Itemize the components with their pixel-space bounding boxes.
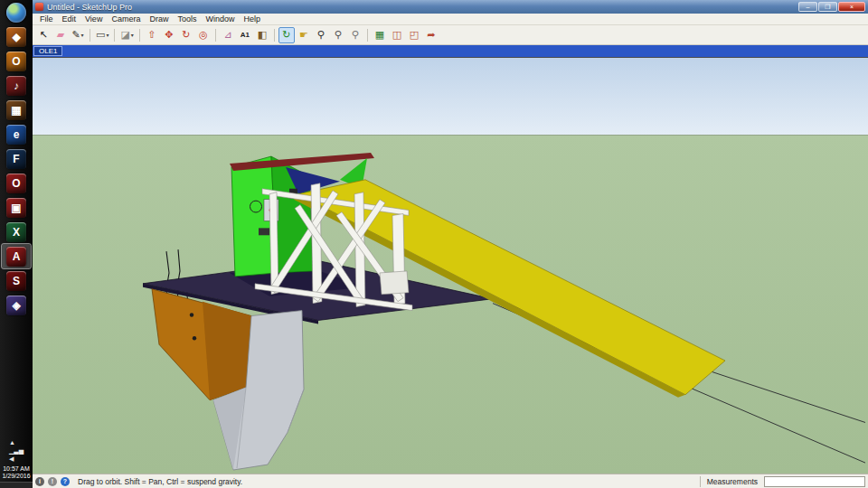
menu-view[interactable]: View: [80, 14, 107, 23]
menu-draw[interactable]: Draw: [145, 14, 173, 23]
sandbox-tool-icon: ◪: [120, 30, 129, 40]
move-tool[interactable]: ✥: [161, 27, 177, 43]
status-hint: Drag to orbit. Shift = Pan, Ctrl = suspe…: [78, 477, 242, 486]
tape-measure-tool-icon: ⊿: [223, 30, 231, 40]
shadows-tool[interactable]: ◫: [389, 27, 405, 43]
measurements-input[interactable]: [764, 476, 865, 487]
toolbar-separator: [215, 29, 216, 42]
flash-icon[interactable]: S: [2, 268, 31, 293]
ole-tab-label: OLE1: [33, 46, 62, 56]
sketchup-app-icon: [35, 3, 43, 11]
maximize-button[interactable]: ❐: [818, 2, 837, 12]
send-to-layout-tool-icon: ➦: [427, 30, 435, 40]
taskbar-clock[interactable]: 10:57 AM 1/29/2016: [2, 465, 30, 480]
zoom-window-tool[interactable]: ⚲: [330, 27, 346, 43]
offset-tool[interactable]: ◎: [195, 27, 212, 43]
pan-tool[interactable]: ☛: [296, 27, 312, 43]
excel-icon[interactable]: X: [2, 220, 31, 244]
select-tool[interactable]: ↖: [35, 27, 52, 43]
sketchup-window: Untitled - SketchUp Pro –❐× FileEditView…: [33, 0, 868, 488]
zoom-window-tool-icon: ⚲: [335, 30, 342, 40]
send-to-layout-tool[interactable]: ➦: [423, 27, 439, 43]
tape-measure-tool[interactable]: ⊿: [220, 27, 236, 43]
clock-date: 1/29/2016: [2, 473, 30, 480]
minimize-button[interactable]: –: [798, 2, 817, 12]
toolbar-separator: [114, 29, 115, 42]
toolbar: ↖▰✎▾▭▾◪▾⇧✥↻◎⊿A1◧↻☛⚲⚲⚲▦◫◰➦: [33, 25, 868, 45]
close-button[interactable]: ×: [838, 2, 865, 12]
show-desktop-button[interactable]: [0, 482, 33, 488]
orbit-tool-icon: ↻: [282, 30, 290, 40]
line-tool[interactable]: ✎▾: [70, 27, 86, 43]
paint-bucket-tool-icon: ◧: [258, 30, 267, 40]
eraser-tool[interactable]: ▰: [52, 27, 69, 43]
menu-window[interactable]: Window: [201, 14, 239, 23]
adobe-icon[interactable]: ▣: [2, 195, 31, 220]
select-tool-icon: ↖: [39, 30, 47, 40]
firefox-icon[interactable]: F: [2, 146, 31, 171]
toolbar-separator: [90, 29, 90, 42]
app-icon-4-glyph: ▦: [6, 100, 26, 120]
status-bar: i!? Drag to orbit. Shift = Pan, Ctrl = s…: [33, 474, 868, 488]
menu-bar: FileEditViewCameraDrawToolsWindowHelp: [33, 14, 868, 25]
paint-bucket-tool[interactable]: ◧: [254, 27, 270, 43]
model-info-icon[interactable]: i: [35, 477, 44, 486]
zoom-extents-tool[interactable]: ⚲: [347, 27, 363, 43]
rotate-tool[interactable]: ↻: [178, 27, 194, 43]
views-tool[interactable]: ▦: [372, 27, 388, 43]
menu-help[interactable]: Help: [239, 14, 265, 23]
zoom-extents-tool-icon: ⚲: [352, 30, 359, 40]
shadows-tool-icon: ◫: [392, 30, 401, 40]
taskbar-apps: ◆O♪▦eFO▣XAS◈: [2, 24, 31, 317]
title-bar[interactable]: Untitled - SketchUp Pro –❐×: [33, 0, 868, 14]
eraser-tool-icon: ▰: [57, 30, 64, 40]
pushpull-tool[interactable]: ⇧: [144, 27, 160, 43]
start-button[interactable]: [6, 3, 26, 23]
menu-tools[interactable]: Tools: [173, 14, 201, 23]
sandbox-tool[interactable]: ◪▾: [118, 27, 135, 43]
opera-icon-glyph: O: [6, 174, 26, 193]
section-plane-tool-icon: ◰: [410, 30, 419, 40]
menu-edit[interactable]: Edit: [58, 14, 81, 23]
pushpull-tool-icon: ⇧: [147, 30, 156, 40]
adobe-reader-icon[interactable]: A: [2, 244, 31, 268]
app-icon-2[interactable]: O: [2, 49, 31, 73]
sandbox-tool-dropdown[interactable]: ▾: [131, 32, 134, 38]
line-tool-dropdown[interactable]: ▾: [81, 32, 84, 38]
opera-icon[interactable]: O: [2, 171, 31, 195]
clock-time: 10:57 AM: [2, 465, 30, 473]
network-icon[interactable]: ▁▃▅: [9, 446, 24, 455]
toolbar-separator: [274, 29, 275, 42]
adobe-reader-icon-glyph: A: [6, 247, 26, 267]
app-icon-12[interactable]: ◈: [2, 293, 31, 317]
viewport-canvas[interactable]: [33, 57, 868, 474]
app-icon-3[interactable]: ♪: [2, 73, 31, 98]
shapes-tool-dropdown[interactable]: ▾: [106, 32, 108, 38]
text-tool[interactable]: A1: [237, 27, 253, 43]
shapes-tool[interactable]: ▭▾: [94, 27, 110, 43]
statusbar-separator: [700, 476, 701, 487]
menu-camera[interactable]: Camera: [107, 14, 145, 23]
zoom-tool-icon: ⚲: [317, 30, 325, 40]
line-tool-icon: ✎: [71, 30, 80, 40]
menu-file[interactable]: File: [35, 14, 58, 23]
zoom-tool[interactable]: ⚲: [313, 27, 329, 43]
pan-tool-icon: ☛: [299, 30, 308, 40]
internet-explorer-icon[interactable]: e: [2, 122, 31, 146]
measurements-label: Measurements: [704, 477, 760, 486]
app-icon-2-glyph: O: [6, 52, 26, 71]
credits-icon[interactable]: !: [48, 477, 57, 486]
move-tool-icon: ✥: [165, 30, 173, 40]
adobe-icon-glyph: ▣: [6, 198, 26, 218]
views-tool-icon: ▦: [375, 30, 384, 40]
hidden-icons-button[interactable]: ▲: [9, 438, 24, 446]
volume-icon[interactable]: ◀: [9, 455, 24, 463]
app-icon-4[interactable]: ▦: [2, 98, 31, 122]
section-plane-tool[interactable]: ◰: [406, 27, 422, 43]
firefox-icon-glyph: F: [6, 149, 26, 169]
ole-band: OLE1: [33, 45, 868, 57]
window-title: Untitled - SketchUp Pro: [47, 3, 132, 12]
orbit-tool[interactable]: ↻: [278, 27, 295, 43]
geolocation-icon[interactable]: ?: [61, 477, 70, 486]
app-icon-1[interactable]: ◆: [2, 24, 31, 49]
